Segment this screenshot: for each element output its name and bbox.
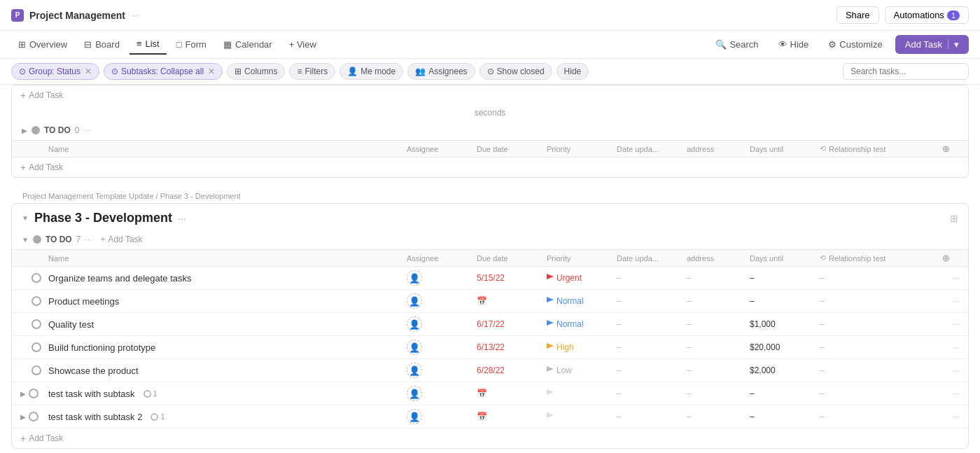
add-task-button[interactable]: Add Task ▾ bbox=[895, 35, 969, 54]
task-more-button[interactable]: ··· bbox=[932, 273, 960, 283]
task-more-button[interactable]: ··· bbox=[932, 342, 960, 352]
calendar-nav-icon: ▦ bbox=[223, 39, 232, 50]
share-button[interactable]: Share bbox=[836, 6, 879, 24]
hide-toolbar-button[interactable]: Hide bbox=[556, 63, 589, 80]
assignees-button[interactable]: 👥 Assignees bbox=[407, 63, 475, 80]
task-more-button[interactable]: ··· bbox=[932, 365, 960, 375]
task-circle[interactable] bbox=[29, 389, 38, 398]
chip-group-status[interactable]: ⊙ Group: Status ✕ bbox=[11, 63, 99, 80]
task-assignee-cell[interactable]: 👤 bbox=[407, 386, 477, 401]
task-more-button[interactable]: ··· bbox=[932, 319, 960, 329]
columns-button[interactable]: ⊞ Columns bbox=[227, 63, 285, 80]
task-check-cell bbox=[20, 273, 48, 283]
chip-subtasks-label: Subtasks: Collapse all bbox=[121, 67, 204, 76]
task-row[interactable]: Quality test 👤 6/17/22 Normal – – $1,000… bbox=[12, 313, 968, 336]
assignee-icon[interactable]: 👤 bbox=[407, 270, 422, 286]
col-header-name: Name bbox=[48, 145, 407, 153]
assignee-icon[interactable]: 👤 bbox=[407, 386, 422, 401]
assignee-icon[interactable]: 👤 bbox=[407, 340, 422, 355]
task-row[interactable]: Organize teams and delegate tasks 👤 5/15… bbox=[12, 267, 968, 290]
chip-group-status-close[interactable]: ✕ bbox=[85, 67, 92, 76]
task-name-cell: Showcase the product bbox=[48, 365, 407, 376]
task-assignee-cell[interactable]: 👤 bbox=[407, 409, 477, 424]
customize-button[interactable]: ⚙ Customize bbox=[821, 36, 889, 53]
task-row[interactable]: Showcase the product 👤 6/28/22 Low – – $… bbox=[12, 359, 968, 382]
task-address-cell: – bbox=[687, 412, 750, 421]
automations-label: Automations bbox=[894, 10, 944, 20]
toolbar: ⊙ Group: Status ✕ ⊙ Subtasks: Collapse a… bbox=[0, 59, 980, 85]
tab-form[interactable]: □ Form bbox=[169, 35, 214, 54]
task-assignee-cell[interactable]: 👤 bbox=[407, 363, 477, 378]
top-add-task-row[interactable]: + Add Task bbox=[12, 85, 968, 105]
search-tasks-input[interactable] bbox=[843, 63, 969, 80]
phase3-add-task-inline[interactable]: + Add Task bbox=[100, 235, 142, 244]
task-days-until-cell: $1,000 bbox=[750, 319, 820, 329]
assignee-icon[interactable]: 👤 bbox=[407, 409, 422, 424]
task-row[interactable]: Build functioning prototype 👤 6/13/22 Hi… bbox=[12, 336, 968, 359]
phase3-todo-more-icon[interactable]: ··· bbox=[85, 235, 92, 244]
group-status-icon: ⊙ bbox=[19, 67, 26, 76]
hide-button[interactable]: 👁 Hide bbox=[771, 36, 816, 53]
phase3-todo-dot bbox=[33, 235, 41, 244]
customize-icon: ⚙ bbox=[828, 39, 836, 50]
col-add-button-top[interactable]: ⊕ bbox=[932, 144, 960, 154]
expand-arrow[interactable]: ▶ bbox=[20, 413, 26, 421]
task-assignee-cell[interactable]: 👤 bbox=[407, 270, 477, 286]
empty-add-task-row[interactable]: + Add Task bbox=[12, 158, 968, 177]
chip-subtasks-close[interactable]: ✕ bbox=[208, 67, 215, 76]
tab-add-view[interactable]: + View bbox=[282, 35, 323, 54]
task-row[interactable]: Product meetings 👤 📅 Normal – – – – ··· bbox=[12, 290, 968, 313]
subtask-indicator: 1 bbox=[144, 389, 158, 398]
search-button[interactable]: 🔍 Search bbox=[708, 36, 765, 53]
task-priority-cell: Urgent bbox=[547, 273, 617, 283]
task-more-button[interactable]: ··· bbox=[932, 412, 960, 421]
task-circle[interactable] bbox=[31, 319, 41, 329]
task-circle[interactable] bbox=[29, 412, 38, 421]
assignee-icon[interactable]: 👤 bbox=[407, 363, 422, 378]
show-closed-button[interactable]: ⊙ Show closed bbox=[479, 63, 552, 80]
phase3-more-icon[interactable]: ··· bbox=[178, 213, 186, 224]
svg-marker-1 bbox=[547, 297, 554, 302]
task-row[interactable]: ▶ test task with subtask 2 1 👤 📅 – – – –… bbox=[12, 405, 968, 428]
task-circle[interactable] bbox=[31, 273, 41, 283]
task-row[interactable]: ▶ test task with subtask 1 👤 📅 – – – – ·… bbox=[12, 382, 968, 405]
task-assignee-cell[interactable]: 👤 bbox=[407, 293, 477, 309]
tab-board[interactable]: ⊟ Board bbox=[77, 35, 127, 54]
project-more-button[interactable]: ··· bbox=[131, 10, 139, 20]
task-name-cell: test task with subtask 2 1 bbox=[48, 412, 407, 422]
phase3-bottom-add-task[interactable]: + Add Task bbox=[12, 428, 968, 448]
me-mode-button[interactable]: 👤 Me mode bbox=[340, 63, 403, 80]
chip-subtasks[interactable]: ⊙ Subtasks: Collapse all ✕ bbox=[104, 63, 223, 80]
phase3-collapse-icon[interactable]: ▼ bbox=[22, 214, 29, 222]
col3-header-priority: Priority bbox=[547, 254, 617, 263]
task-address-cell: – bbox=[687, 365, 750, 375]
expand-arrow[interactable]: ▶ bbox=[20, 390, 26, 398]
task-date-updated-cell: – bbox=[617, 319, 687, 329]
col3-header-due-date: Due date bbox=[477, 254, 547, 263]
filters-button[interactable]: ≡ Filters bbox=[289, 63, 335, 80]
add-task-arrow-icon[interactable]: ▾ bbox=[948, 39, 959, 50]
col3-add-button[interactable]: ⊕ bbox=[932, 253, 960, 263]
automations-button[interactable]: Automations 1 bbox=[885, 6, 969, 24]
assignee-icon[interactable]: 👤 bbox=[407, 316, 422, 332]
top-todo-more-icon[interactable]: ··· bbox=[83, 125, 90, 135]
svg-marker-3 bbox=[547, 343, 554, 349]
assignee-icon[interactable]: 👤 bbox=[407, 293, 422, 309]
svg-marker-0 bbox=[547, 274, 554, 279]
task-circle[interactable] bbox=[31, 296, 41, 306]
task-circle[interactable] bbox=[31, 365, 41, 375]
task-more-button[interactable]: ··· bbox=[932, 389, 960, 398]
task-more-button[interactable]: ··· bbox=[932, 296, 960, 306]
task-address-cell: – bbox=[687, 342, 750, 352]
tab-calendar[interactable]: ▦ Calendar bbox=[216, 35, 279, 54]
tab-list[interactable]: ≡ List bbox=[130, 34, 167, 55]
task-assignee-cell[interactable]: 👤 bbox=[407, 316, 477, 332]
tab-list-label: List bbox=[145, 39, 159, 49]
phase3-grid-icon[interactable]: ⊞ bbox=[950, 213, 958, 224]
task-circle[interactable] bbox=[31, 342, 41, 352]
tab-overview[interactable]: ⊞ Overview bbox=[11, 35, 74, 54]
phase3-todo-collapse-icon[interactable]: ▼ bbox=[22, 236, 29, 244]
hide-label: Hide bbox=[790, 39, 809, 50]
task-assignee-cell[interactable]: 👤 bbox=[407, 340, 477, 355]
top-todo-collapse-icon[interactable]: ▶ bbox=[22, 127, 27, 134]
